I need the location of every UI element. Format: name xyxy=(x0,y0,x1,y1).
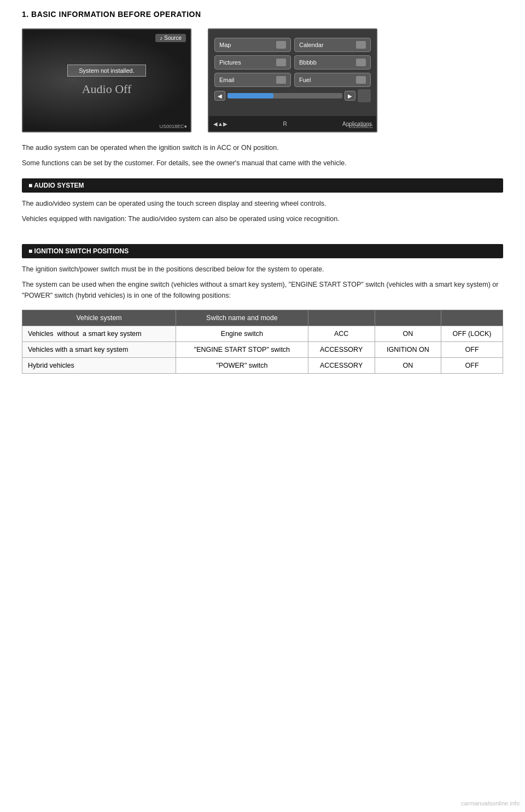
system-not-installed-label: System not installed. xyxy=(67,65,146,77)
bbbbb-button[interactable]: Bbbbb xyxy=(294,55,371,69)
table-header-mode1 xyxy=(308,310,375,326)
mode2-no-smart-key: ON xyxy=(375,326,441,342)
mode1-smart-key: ACCESSORY xyxy=(308,342,375,358)
switch-name-smart-key: "ENGINE START STOP" switch xyxy=(176,342,308,358)
map-icon xyxy=(276,41,286,49)
page-container: 1. BASIC INFORMATION BEFORE OPERATION ♪ … xyxy=(0,0,525,396)
vehicle-system-table: Vehicle system Switch name and mode Vehi… xyxy=(22,310,503,374)
mode1-no-smart-key: ACC xyxy=(308,326,375,342)
r-label: R xyxy=(283,121,287,127)
vehicle-system-no-smart-key: Vehicles without a smart key system xyxy=(22,326,176,342)
mode3-no-smart-key: OFF (LOCK) xyxy=(441,326,503,342)
slider-left-arrow[interactable]: ◀ xyxy=(214,91,225,101)
mode3-smart-key: OFF xyxy=(441,342,503,358)
pictures-icon xyxy=(276,59,286,66)
slider-track xyxy=(228,93,342,98)
table-header-vehicle-system: Vehicle system xyxy=(22,310,176,326)
pictures-button[interactable]: Pictures xyxy=(214,55,291,69)
section2-header-text: ■ IGNITION SWITCH POSITIONS xyxy=(28,247,129,255)
bbbbb-icon xyxy=(356,59,366,66)
vehicle-system-smart-key: Vehicles with a smart key system xyxy=(22,342,176,358)
table-row-hybrid: Hybrid vehicles "POWER" switch ACCESSORY… xyxy=(22,358,503,374)
email-icon xyxy=(276,76,286,84)
table-header-mode2 xyxy=(375,310,441,326)
slider-right-icon xyxy=(358,89,371,102)
switch-name-hybrid: "POWER" switch xyxy=(176,358,308,374)
table-row-no-smart-key: Vehicles without a smart key system Engi… xyxy=(22,326,503,342)
screenshot-right: Map Calendar Pictures Bbbbb Email xyxy=(208,28,377,132)
fuel-button[interactable]: Fuel xyxy=(294,73,371,87)
slider-right-arrow[interactable]: ▶ xyxy=(345,91,355,101)
source-button[interactable]: ♪ Source xyxy=(155,34,186,42)
audio-off-text: Audio Off xyxy=(82,82,132,96)
mode2-smart-key: IGNITION ON xyxy=(375,342,441,358)
section1-body-2: Vehicles equipped with navigation: The a… xyxy=(22,213,503,224)
email-button[interactable]: Email xyxy=(214,73,291,87)
mode1-hybrid: ACCESSORY xyxy=(308,358,375,374)
screenshot-left-label: US0018EC● xyxy=(160,124,187,129)
music-note-icon: ♪ xyxy=(160,35,162,41)
table-header-mode3 xyxy=(441,310,503,326)
mode2-hybrid: ON xyxy=(375,358,441,374)
right-screen-grid: Map Calendar Pictures Bbbbb Email xyxy=(214,38,371,87)
pictures-button-label: Pictures xyxy=(219,59,241,66)
bbbbb-button-label: Bbbbb xyxy=(299,59,317,66)
footer-watermark: carmanualsonline.info xyxy=(461,800,520,807)
screenshot-left: ♪ Source System not installed. Audio Off… xyxy=(22,28,191,132)
section1-header-text: ■ AUDIO SYSTEM xyxy=(28,182,84,189)
intro-text-1: The audio system can be operated when th… xyxy=(22,142,503,153)
section1-body-1: The audio/video system can be operated u… xyxy=(22,198,503,209)
slider-fill xyxy=(228,93,273,98)
section1-header: ■ AUDIO SYSTEM xyxy=(22,178,503,193)
screenshots-row: ♪ Source System not installed. Audio Off… xyxy=(22,28,503,132)
page-title: 1. BASIC INFORMATION BEFORE OPERATION xyxy=(22,10,503,19)
table-header-switch-name: Switch name and mode xyxy=(176,310,308,326)
screenshot-right-label: US3098EC xyxy=(348,124,373,129)
calendar-icon xyxy=(356,41,366,49)
section2-body-1: The ignition switch/power switch must be… xyxy=(22,264,503,275)
section2-header: ■ IGNITION SWITCH POSITIONS xyxy=(22,244,503,258)
bluetooth-icon: ◀▲▶ xyxy=(213,121,228,127)
intro-text-2: Some functions can be set by the custome… xyxy=(22,158,503,169)
calendar-button-label: Calendar xyxy=(299,42,324,48)
table-row-smart-key: Vehicles with a smart key system "ENGINE… xyxy=(22,342,503,358)
vehicle-system-hybrid: Hybrid vehicles xyxy=(22,358,176,374)
fuel-button-label: Fuel xyxy=(299,77,311,83)
fuel-icon xyxy=(356,76,366,84)
email-button-label: Email xyxy=(219,77,235,83)
section2-body-2: The system can be used when the engine s… xyxy=(22,279,503,301)
switch-name-no-smart-key: Engine switch xyxy=(176,326,308,342)
mode3-hybrid: OFF xyxy=(441,358,503,374)
calendar-button[interactable]: Calendar xyxy=(294,38,371,52)
slider-row: ◀ ▶ xyxy=(214,89,371,102)
map-button[interactable]: Map xyxy=(214,38,291,52)
map-button-label: Map xyxy=(219,42,231,48)
